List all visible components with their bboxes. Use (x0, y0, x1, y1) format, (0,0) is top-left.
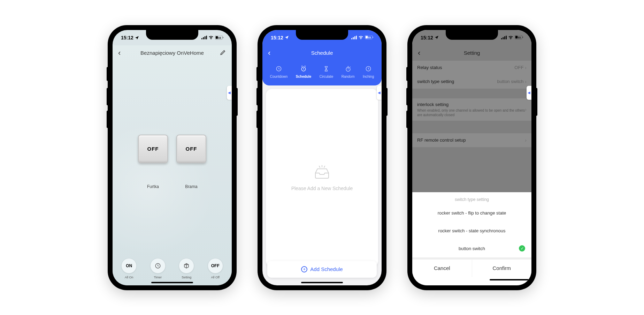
alarm-icon (300, 65, 307, 73)
pulse-icon (365, 65, 372, 73)
svg-rect-14 (373, 36, 373, 38)
home-indicator[interactable] (490, 279, 531, 280)
svg-rect-6 (216, 36, 218, 38)
switch-type-sheet: switch type setting rocker switch - flip… (412, 192, 531, 285)
cellular-icon (201, 36, 207, 39)
all-on-icon: ON (121, 258, 137, 273)
tab-inching[interactable]: Inching (363, 65, 374, 78)
svg-rect-1 (203, 37, 204, 39)
svg-rect-5 (223, 37, 223, 38)
drawer-handle[interactable]: ◀ (377, 86, 382, 100)
location-icon (135, 36, 139, 40)
empty-message: Please Add a New Schedule (291, 186, 353, 191)
page-title: Schedule (311, 50, 333, 56)
room-background (113, 45, 232, 285)
wifi-icon (208, 36, 214, 39)
check-icon: ✓ (519, 245, 525, 252)
back-button[interactable]: ‹ (118, 48, 121, 58)
notch (146, 30, 198, 40)
plus-icon: + (301, 266, 307, 272)
tab-circulate[interactable]: Circulate (320, 65, 333, 78)
switch-2-label: Brama (176, 184, 206, 189)
status-time: 15:12 (271, 35, 283, 40)
option-button-switch[interactable]: button switch ✓ (412, 240, 531, 257)
svg-rect-2 (205, 36, 206, 39)
switch-1-button[interactable]: OFF (138, 135, 168, 163)
add-schedule-button[interactable]: + Add Schedule (267, 261, 377, 278)
home-indicator[interactable] (301, 282, 343, 283)
empty-tray-icon (313, 165, 331, 181)
cellular-icon (351, 35, 357, 40)
screen-setting: 15:12 33 ‹ Setting Relay status OFF› (412, 30, 531, 285)
svg-rect-11 (354, 36, 355, 39)
svg-rect-0 (201, 38, 202, 39)
back-button[interactable]: ‹ (268, 48, 270, 58)
cube-icon (179, 258, 194, 273)
location-icon (285, 35, 289, 40)
svg-rect-10 (353, 37, 354, 39)
notch (296, 30, 348, 40)
screen-device-control: 15:12 33 ‹ Beznapięciowy OnVeHome ◀ OFF … (113, 30, 232, 285)
switch-2-button[interactable]: OFF (176, 135, 206, 163)
tab-schedule[interactable]: Schedule (296, 65, 311, 78)
tab-countdown[interactable]: Countdown (270, 65, 288, 78)
switch-2-state: OFF (186, 146, 197, 152)
timer-button[interactable]: Timer (150, 258, 166, 279)
cancel-button[interactable]: Cancel (412, 260, 472, 277)
header: ‹ Beznapięciowy OnVeHome (113, 45, 232, 61)
phone-frame-1: 15:12 33 ‹ Beznapięciowy OnVeHome ◀ OFF … (108, 25, 237, 290)
switch-1-state: OFF (147, 146, 159, 152)
battery-icon: 33 (365, 35, 373, 40)
page-title: Beznapięciowy OnVeHome (140, 50, 204, 56)
all-off-icon: OFF (208, 258, 223, 273)
svg-text:33: 33 (218, 36, 221, 39)
switch-1-label: Furtka (138, 184, 168, 189)
svg-rect-3 (206, 36, 207, 39)
stopwatch-icon (344, 65, 352, 73)
phone-frame-2: 15:12 33 ‹ Schedule Countdown (258, 25, 386, 290)
confirm-button[interactable]: Confirm (472, 260, 532, 277)
edit-button[interactable] (220, 49, 226, 57)
header: ‹ Schedule (262, 45, 382, 61)
bottom-toolbar: ON All On Timer Setting OFF All Off (113, 258, 232, 279)
status-time: 15:12 (121, 35, 133, 40)
svg-rect-9 (351, 38, 352, 39)
battery-icon: 33 (215, 36, 223, 40)
drawer-handle[interactable]: ◀ (527, 86, 531, 100)
sheet-title: switch type setting (412, 192, 531, 204)
option-rocker-sync[interactable]: rocker switch - state synchronous (412, 222, 531, 240)
home-indicator[interactable] (151, 282, 193, 283)
schedule-tabs: Countdown Schedule Circulate Random Inch… (262, 61, 382, 78)
wifi-icon (358, 35, 363, 40)
clock-icon (150, 258, 166, 273)
schedule-list-empty: Please Add a New Schedule (266, 89, 378, 267)
all-off-button[interactable]: OFF All Off (208, 258, 223, 279)
notch (446, 30, 498, 40)
screen-schedule: 15:12 33 ‹ Schedule Countdown (262, 30, 382, 285)
all-on-button[interactable]: ON All On (121, 258, 137, 279)
setting-button[interactable]: Setting (179, 258, 194, 279)
tab-random[interactable]: Random (342, 65, 355, 78)
drawer-handle[interactable]: ◀ (227, 86, 232, 100)
option-rocker-flip[interactable]: rocker switch - flip to change state (412, 204, 531, 222)
svg-rect-15 (366, 36, 368, 38)
svg-text:33: 33 (368, 36, 371, 39)
phone-frame-3: 15:12 33 ‹ Setting Relay status OFF› (407, 25, 536, 290)
add-schedule-label: Add Schedule (310, 266, 343, 272)
hourglass-icon (322, 65, 330, 73)
svg-rect-12 (356, 36, 357, 39)
clock-icon (275, 65, 283, 73)
